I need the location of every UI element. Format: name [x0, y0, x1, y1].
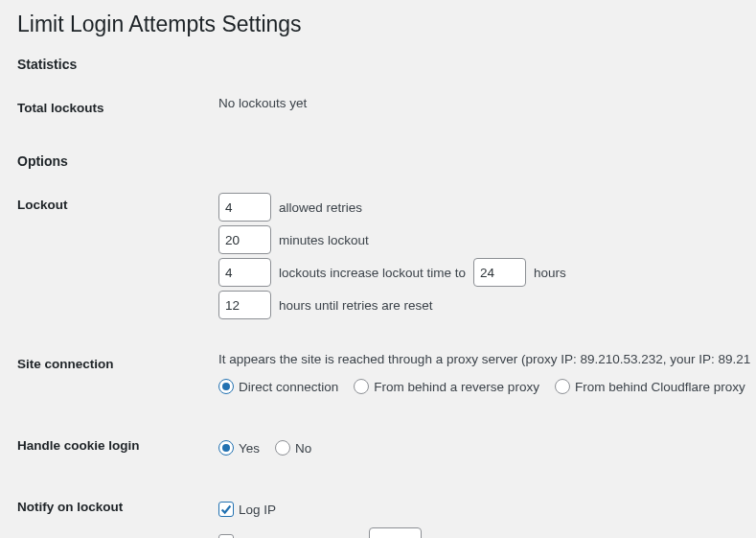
checkbox-icon	[218, 502, 234, 517]
proxy-note: It appears the site is reached through a…	[218, 352, 756, 366]
cloudflare-proxy-option[interactable]: From behind Cloudflare proxy	[555, 379, 745, 394]
minutes-lockout-text: minutes lockout	[279, 233, 369, 247]
email-admin-text: Email to admin after	[239, 535, 354, 539]
options-heading: Options	[17, 153, 756, 169]
reset-hours-text: hours until retries are reset	[279, 298, 433, 313]
cookie-yes-option[interactable]: Yes	[218, 440, 260, 456]
direct-connection-text: Direct connection	[239, 380, 338, 394]
cookie-login-row: Handle cookie login Yes No	[17, 419, 756, 480]
statistics-heading: Statistics	[17, 57, 756, 72]
email-suffix-text: lockouts	[429, 535, 477, 539]
cookie-no-option[interactable]: No	[275, 440, 311, 456]
total-lockouts-row: Total lockouts No lockouts yet	[17, 82, 756, 134]
total-lockouts-label: Total lockouts	[17, 82, 218, 134]
cookie-no-text: No	[295, 441, 311, 456]
site-connection-row: Site connection It appears the site is r…	[17, 338, 756, 419]
reverse-proxy-option[interactable]: From behind a reverse proxy	[354, 379, 539, 394]
reverse-proxy-text: From behind a reverse proxy	[374, 380, 539, 394]
notify-label: Notify on lockout	[17, 480, 218, 538]
checkbox-icon	[218, 534, 234, 538]
cookie-yes-text: Yes	[239, 441, 260, 456]
reset-hours-input[interactable]	[218, 291, 271, 319]
lockouts-increase-hours-input[interactable]	[473, 258, 526, 287]
radio-icon	[555, 379, 570, 394]
total-lockouts-value: No lockouts yet	[218, 82, 756, 134]
cloudflare-proxy-text: From behind Cloudflare proxy	[575, 380, 745, 394]
allowed-retries-text: allowed retries	[279, 200, 362, 215]
radio-icon	[275, 440, 290, 456]
notify-row: Notify on lockout Log IP Email to admin …	[17, 480, 756, 538]
lockouts-increase-input[interactable]	[218, 258, 271, 287]
cookie-login-label: Handle cookie login	[17, 419, 218, 480]
allowed-retries-input[interactable]	[218, 193, 271, 222]
page-title: Limit Login Attempts Settings	[17, 12, 756, 37]
lockouts-increase-text: lockouts increase lockout time to	[279, 266, 466, 280]
radio-icon	[354, 379, 369, 394]
log-ip-text: Log IP	[239, 503, 276, 517]
site-connection-label: Site connection	[17, 338, 218, 419]
email-count-input[interactable]	[369, 527, 422, 538]
minutes-lockout-input[interactable]	[218, 225, 271, 254]
lockout-label: Lockout	[17, 178, 218, 338]
radio-icon	[218, 440, 234, 456]
direct-connection-option[interactable]: Direct connection	[218, 379, 338, 394]
radio-icon	[218, 379, 234, 394]
lockout-row: Lockout allowed retries minutes lockout …	[17, 178, 756, 338]
log-ip-option[interactable]: Log IP	[218, 502, 276, 517]
email-admin-option[interactable]: Email to admin after	[218, 534, 354, 538]
lockouts-increase-hours-text: hours	[534, 266, 566, 280]
